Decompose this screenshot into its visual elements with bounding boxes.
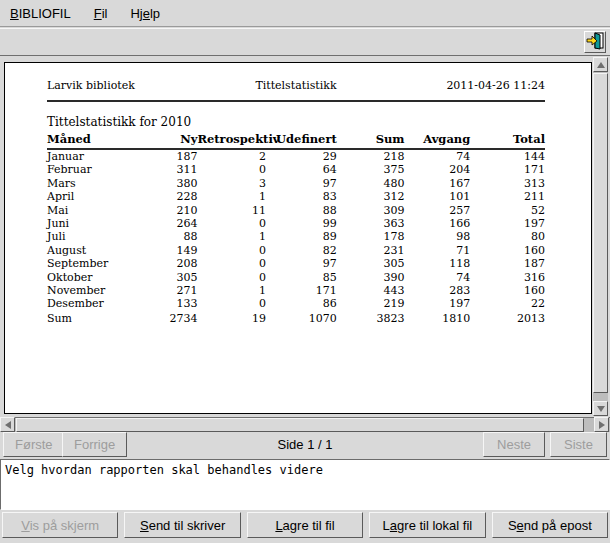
value-cell: 83 (266, 190, 337, 203)
horizontal-scrollbar-thumb[interactable] (16, 418, 584, 432)
report-library-name: Larvik bibliotek (47, 79, 213, 92)
table-row: Februar311064375204171 (47, 163, 545, 176)
last-page-button[interactable]: Siste (550, 432, 607, 457)
value-cell: 3 (197, 177, 266, 190)
value-cell: 52 (470, 204, 545, 217)
month-cell: Februar (47, 163, 152, 176)
header-rule (47, 100, 545, 102)
value-cell: 443 (337, 284, 405, 297)
vertical-scrollbar[interactable] (593, 57, 608, 416)
report-name: Tittelstatistikk (213, 79, 379, 92)
value-cell: 0 (197, 257, 266, 270)
value-cell: 197 (405, 297, 471, 310)
value-cell: 0 (197, 163, 266, 176)
previous-page-button[interactable]: Forrige (62, 432, 127, 457)
value-cell: 97 (266, 177, 337, 190)
scroll-left-button[interactable] (0, 417, 15, 432)
column-header-avgang: Avgang (405, 131, 471, 149)
value-cell: 313 (470, 177, 545, 190)
exit-button[interactable] (584, 31, 606, 53)
table-header-row: Måned Ny Retrospektiv Udefinert Sum Avga… (47, 131, 545, 149)
value-cell: 149 (152, 244, 198, 257)
value-cell: 99 (266, 217, 337, 230)
exit-door-icon (586, 32, 604, 53)
report-timestamp: 2011-04-26 11:24 (379, 79, 545, 92)
value-cell: 74 (405, 271, 471, 284)
status-message-box[interactable]: Velg hvordan rapporten skal behandles vi… (0, 459, 610, 510)
column-header-udefinert: Udefinert (266, 131, 337, 149)
value-cell: 0 (197, 244, 266, 257)
value-cell: 88 (266, 204, 337, 217)
value-cell: 29 (266, 149, 337, 163)
value-cell: 64 (266, 163, 337, 176)
vertical-scrollbar-thumb[interactable] (593, 73, 608, 393)
value-cell: 1 (197, 190, 266, 203)
table-row: Januar18722921874144 (47, 149, 545, 163)
value-cell: 88 (152, 230, 198, 243)
value-cell: 86 (266, 297, 337, 310)
month-cell: September (47, 257, 152, 270)
value-cell: 101 (405, 190, 471, 203)
value-cell: 312 (337, 190, 405, 203)
value-cell: 0 (197, 217, 266, 230)
toolbar (0, 28, 610, 56)
table-row: Mai210118830925752 (47, 204, 545, 217)
value-cell: 144 (470, 149, 545, 163)
next-page-button[interactable]: Neste (483, 432, 545, 457)
value-cell: 390 (337, 271, 405, 284)
menu-bibliofil[interactable]: BIBLIOFIL (8, 4, 73, 23)
value-cell: 264 (152, 217, 198, 230)
value-cell: 228 (152, 190, 198, 203)
value-cell: 208 (152, 257, 198, 270)
value-cell: 11 (197, 204, 266, 217)
pager-bar: Side 1 / 1 Første Forrige Neste Siste (0, 432, 610, 459)
value-cell: 89 (266, 230, 337, 243)
table-row: September208097305118187 (47, 257, 545, 270)
value-cell: 166 (405, 217, 471, 230)
value-cell: 480 (337, 177, 405, 190)
horizontal-scrollbar[interactable] (0, 417, 610, 432)
table-row: Mars380397480167313 (47, 177, 545, 190)
table-sum-row: Sum2734191070382318102013 (47, 311, 545, 325)
value-cell: 0 (197, 297, 266, 310)
table-row: Desember13308621919722 (47, 297, 545, 310)
menu-fil[interactable]: Fil (92, 4, 110, 23)
arrow-left-icon (5, 421, 11, 429)
value-cell: 197 (470, 217, 545, 230)
value-cell: 97 (266, 257, 337, 270)
value-cell: 118 (405, 257, 471, 270)
send-by-email-button[interactable]: Send på epost (492, 512, 608, 538)
scroll-up-button[interactable] (593, 57, 608, 72)
value-cell: 133 (152, 297, 198, 310)
save-to-file-button[interactable]: Lagre til fil (247, 512, 363, 538)
column-header-total: Total (470, 131, 545, 149)
scroll-right-button[interactable] (594, 417, 609, 432)
show-on-screen-button[interactable]: Vis på skjerm (2, 512, 118, 538)
save-to-local-file-button[interactable]: Lagre til lokal fil (369, 512, 485, 538)
first-page-button[interactable]: Første (3, 432, 65, 457)
column-header-maned: Måned (47, 131, 152, 149)
arrow-right-icon (599, 421, 605, 429)
value-cell: 85 (266, 271, 337, 284)
scroll-down-button[interactable] (593, 401, 608, 416)
report-page-header: Larvik bibliotek Tittelstatistikk 2011-0… (47, 79, 545, 92)
value-cell: 257 (405, 204, 471, 217)
statistics-table: Måned Ny Retrospektiv Udefinert Sum Avga… (47, 131, 545, 325)
value-cell: 305 (152, 271, 198, 284)
value-cell: 375 (337, 163, 405, 176)
month-cell: Oktober (47, 271, 152, 284)
value-cell: 2734 (152, 311, 198, 325)
month-cell: Juli (47, 230, 152, 243)
value-cell: 283 (405, 284, 471, 297)
month-cell: Sum (47, 311, 152, 325)
value-cell: 211 (470, 190, 545, 203)
value-cell: 271 (152, 284, 198, 297)
send-to-printer-button[interactable]: Send til skriver (124, 512, 240, 538)
table-row: August14908223171160 (47, 244, 545, 257)
table-row: Juli881891789880 (47, 230, 545, 243)
value-cell: 1810 (405, 311, 471, 325)
report-page: Larvik bibliotek Tittelstatistikk 2011-0… (4, 62, 592, 414)
value-cell: 204 (405, 163, 471, 176)
value-cell: 160 (470, 284, 545, 297)
menu-hjelp[interactable]: Hjelp (128, 4, 162, 23)
